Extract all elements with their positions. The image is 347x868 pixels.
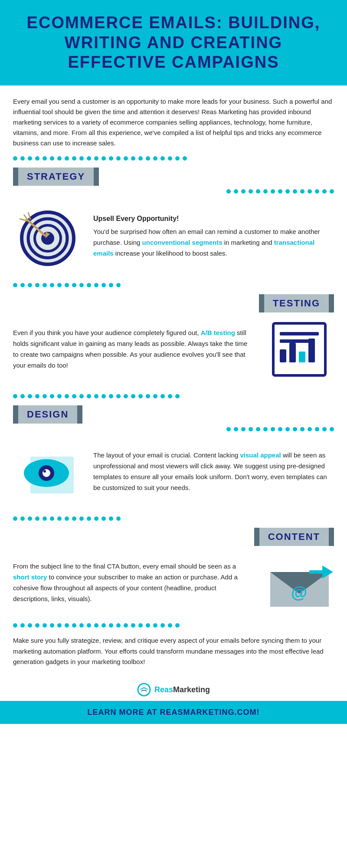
dot <box>153 623 157 628</box>
strategy-bar-left <box>13 168 18 186</box>
dot <box>101 623 106 628</box>
content-content: @ From the subject line to the final CTA… <box>0 546 347 620</box>
content-label: CONTENT <box>259 528 329 546</box>
dot <box>241 427 246 431</box>
dot <box>20 156 25 161</box>
email-icon: @ <box>266 555 333 611</box>
dot <box>315 189 319 194</box>
dot <box>249 189 253 194</box>
dot <box>271 427 275 431</box>
dot <box>241 189 246 194</box>
dot <box>146 156 150 161</box>
dot <box>79 156 84 161</box>
dot <box>87 394 91 398</box>
dot <box>35 156 39 161</box>
bottom-paragraph: Make sure you fully strategize, review, … <box>13 635 334 667</box>
dot <box>13 623 17 628</box>
header: ECOMMERCE EMAILS: BUILDING, WRITING AND … <box>0 0 347 85</box>
design-text: The layout of your email is crucial. Con… <box>93 450 334 493</box>
dot <box>13 394 17 398</box>
dot <box>263 427 268 431</box>
dot <box>65 156 69 161</box>
dot <box>263 189 268 194</box>
intro-section: Every email you send a customer is an op… <box>0 85 347 153</box>
dot <box>168 623 172 628</box>
dot <box>183 156 187 161</box>
dot <box>65 394 69 398</box>
dot <box>109 283 113 287</box>
dot <box>101 283 106 287</box>
dot <box>79 394 84 398</box>
page-title: ECOMMERCE EMAILS: BUILDING, WRITING AND … <box>17 13 330 72</box>
design-content: The layout of your email is crucial. Con… <box>0 435 347 509</box>
dot <box>50 156 54 161</box>
content-text2: to convince your subscriber to make an a… <box>13 573 238 602</box>
content-text: From the subject line to the final CTA b… <box>13 561 254 604</box>
dot <box>124 623 128 628</box>
strategy-title: Upsell Every Opportunity! <box>93 213 334 224</box>
target-icon <box>17 206 78 266</box>
content-text-before: From the subject line to the final CTA b… <box>13 562 236 570</box>
dot <box>28 394 32 398</box>
testing-label: TESTING <box>264 294 329 312</box>
dot <box>271 189 275 194</box>
content-bar-right <box>329 528 334 546</box>
testing-bar-right <box>329 294 334 312</box>
dot <box>131 623 135 628</box>
dot <box>256 427 260 431</box>
testing-bar-left <box>259 294 264 312</box>
testing-header: TESTING <box>13 294 334 312</box>
dots-separator-5 <box>0 620 347 631</box>
dot <box>72 623 76 628</box>
svg-rect-14 <box>289 343 296 362</box>
dot <box>94 623 98 628</box>
dot <box>330 189 334 194</box>
dot <box>293 189 297 194</box>
dot <box>175 394 180 398</box>
design-icon-container <box>13 444 82 500</box>
bottom-text: Make sure you fully strategize, review, … <box>0 631 347 676</box>
strategy-label: STRATEGY <box>18 168 94 186</box>
dot <box>226 189 231 194</box>
testing-text-before: Even if you think you have your audience… <box>13 329 201 336</box>
design-bar-right <box>77 405 82 424</box>
dot <box>87 516 91 521</box>
dot <box>79 623 84 628</box>
svg-point-20 <box>43 469 50 477</box>
dot <box>94 394 98 398</box>
dot <box>109 623 113 628</box>
dot <box>57 516 62 521</box>
logo-plain: Reas <box>154 685 173 694</box>
dot <box>101 516 106 521</box>
dot <box>35 283 39 287</box>
dot <box>65 283 69 287</box>
dot <box>43 394 47 398</box>
dot <box>153 394 157 398</box>
dot <box>94 283 98 287</box>
dot <box>72 156 76 161</box>
strategy-text: Upsell Every Opportunity! You'd be surpr… <box>93 213 334 259</box>
dot <box>72 516 76 521</box>
dot <box>35 394 39 398</box>
dot <box>109 394 113 398</box>
dot <box>116 516 121 521</box>
dot <box>249 427 253 431</box>
dot <box>131 156 135 161</box>
abtest-icon <box>271 321 327 378</box>
dot <box>101 394 106 398</box>
dot <box>300 189 304 194</box>
svg-rect-15 <box>299 352 305 362</box>
dot <box>322 427 327 431</box>
dots-separator-3 <box>0 391 347 402</box>
dot <box>278 427 282 431</box>
eye-icon <box>15 444 80 500</box>
dot <box>50 394 54 398</box>
content-icon-container: @ <box>265 555 334 611</box>
dot <box>138 156 143 161</box>
cta-text: LEARN MORE AT REASMARKETING.COM! <box>9 708 338 717</box>
dot <box>109 156 113 161</box>
svg-text:@: @ <box>291 583 307 602</box>
dot <box>87 156 91 161</box>
dot <box>65 516 69 521</box>
dot <box>50 516 54 521</box>
